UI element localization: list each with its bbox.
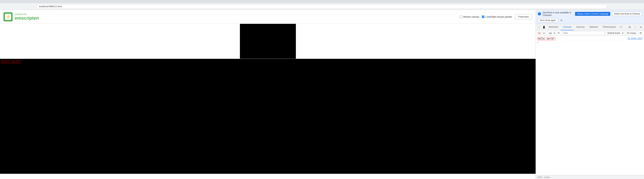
canvas-left [0,24,240,59]
tab-elements[interactable]: Elements [546,24,560,30]
main-area: ⚡ powered by emscripten Resize canvas Lo… [0,10,644,179]
tab-performance[interactable]: Performance [600,24,618,30]
console-toolbar: 🚫 ⊘ top 👁 Default levels No issues ⚙ [536,30,644,36]
tab-more-button[interactable]: >> [618,24,624,30]
notification-text: DevTools is now available in Chinese! [543,11,573,17]
more-options-icon-button[interactable]: ⋮ [633,25,638,30]
emscripten-text-block: powered by emscripten [15,13,39,21]
header-controls: Resize canvas Lock/hide mouse pointer Fu… [460,14,532,19]
resize-canvas-text: Resize canvas [463,16,479,18]
devtools-panel: i DevTools is now available in Chinese! … [536,10,644,179]
address-bar[interactable]: localhost:8080/11.html [37,4,607,9]
resize-canvas-label[interactable]: Resize canvas [460,16,479,18]
devtools-right-icons: ⚙ ⋮ ✕ [627,25,643,30]
device-toolbar-icon-button[interactable]: 📱 [541,25,546,30]
devtools-status-bar: CDP1 - /Js.De... [536,175,644,179]
canvas-black [240,24,296,59]
canvas-container [0,24,536,59]
resize-canvas-checkbox[interactable] [460,16,462,18]
close-notification-button[interactable]: ✕ [560,19,563,22]
lock-hide-checkbox[interactable] [482,16,484,18]
settings-gear-icon-button[interactable]: ⚙ [627,25,632,30]
status-text: CDP1 - /Js.De... [537,176,551,178]
emscripten-name-label: emscripten [15,16,39,21]
issues-button[interactable]: No issues [625,31,638,35]
emscripten-header: ⚡ powered by emscripten Resize canvas Lo… [0,10,536,24]
fullscreen-button[interactable]: Fullscreen [515,14,532,19]
tab-console[interactable]: Console [560,24,574,30]
logo-inner: ⚡ [5,14,11,20]
address-bar-row: localhost:8080/11.html [0,3,644,10]
match-language-button[interactable]: Always match Chrome's language [575,12,610,16]
emscripten-logo: ⚡ [4,12,12,21]
lock-hide-text: Lock/hide mouse pointer [486,16,512,18]
eye-icon-button[interactable]: 👁 [557,31,561,35]
page-area: ⚡ powered by emscripten Resize canvas Lo… [0,10,536,179]
context-selector[interactable]: top [547,31,556,35]
devtools-notification-bar: i DevTools is now available in Chinese! … [536,10,644,24]
inspect-element-icon-button[interactable]: ⬚ [536,25,541,30]
tab-sources[interactable]: Sources [574,24,587,30]
powered-by-label: powered by [15,13,39,16]
address-text: localhost:8080/11.html [39,5,62,8]
console-content: hello, world! 11.html:1237 > [536,36,644,175]
info-icon: i [538,12,541,16]
bolt-icon: ⚡ [6,15,10,19]
devtools-tabs-bar: ⬚ 📱 Elements Console Sources Network Per… [536,24,644,30]
browser-tab-bar [0,0,644,3]
close-devtools-button[interactable]: ✕ [638,25,643,30]
clear-console-icon-button[interactable]: 🚫 [537,31,541,35]
console-settings-icon-button[interactable]: ⚙ [639,31,642,35]
console-entry: hello, world! 11.html:1237 [537,37,642,41]
tab-network[interactable]: Network [587,24,600,30]
lock-hide-label[interactable]: Lock/hide mouse pointer [482,16,512,18]
canvas-right [296,24,536,59]
log-levels-selector[interactable]: Default levels [606,31,624,35]
bottom-strip [0,174,536,179]
console-source-link[interactable]: 11.html:1237 [628,37,642,40]
console-filter-input[interactable] [562,31,604,35]
dont-show-button[interactable]: Don't show again [538,18,558,23]
output-area: hello, world! [0,59,536,174]
console-message: hello, world! [537,37,555,40]
output-text: hello, world! [2,60,21,64]
filter-toggle-icon-button[interactable]: ⊘ [542,31,546,35]
console-prompt-chevron: > [537,42,642,44]
switch-chinese-button[interactable]: Switch DevTools to Chinese [612,12,642,16]
